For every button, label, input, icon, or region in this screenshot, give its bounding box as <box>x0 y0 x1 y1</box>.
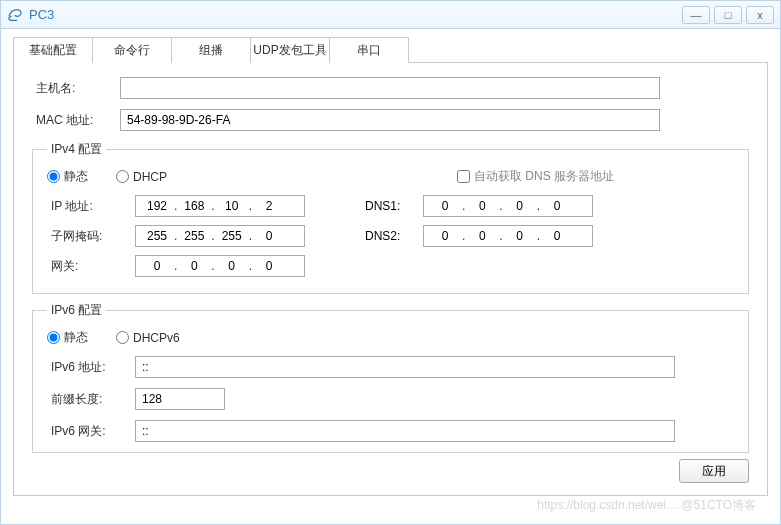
ipv6-addr-input[interactable] <box>135 356 675 378</box>
ip-octet[interactable] <box>505 199 535 213</box>
mac-label: MAC 地址: <box>32 112 120 129</box>
radio-label: DHCP <box>133 170 167 184</box>
ipv4-group: IPv4 配置 静态 DHCP 自动获取 DNS 服务器地址 <box>32 141 749 294</box>
radio-input[interactable] <box>116 331 129 344</box>
ipv6-group: IPv6 配置 静态 DHCPv6 IPv6 地址: 前缀长 <box>32 302 749 453</box>
ip-octet[interactable] <box>430 199 460 213</box>
tab-label: UDP发包工具 <box>253 42 326 59</box>
tab-udp[interactable]: UDP发包工具 <box>250 37 330 63</box>
auto-dns-checkbox[interactable]: 自动获取 DNS 服务器地址 <box>457 168 614 185</box>
app-icon <box>7 7 23 23</box>
tab-body: 主机名: MAC 地址: IPv4 配置 静态 DHCP <box>13 63 768 496</box>
ipv4-dhcp-radio[interactable]: DHCP <box>116 170 167 184</box>
ip-octet[interactable] <box>179 259 209 273</box>
ipv6-legend: IPv6 配置 <box>47 302 106 319</box>
radio-input[interactable] <box>47 331 60 344</box>
hostname-input[interactable] <box>120 77 660 99</box>
tab-label: 基础配置 <box>29 42 77 59</box>
radio-label: DHCPv6 <box>133 331 180 345</box>
ip-octet[interactable] <box>142 199 172 213</box>
ip-octet[interactable] <box>254 259 284 273</box>
ipv6-gw-input[interactable] <box>135 420 675 442</box>
ip-octet[interactable] <box>179 229 209 243</box>
ip-octet[interactable] <box>254 199 284 213</box>
minimize-button[interactable]: — <box>682 6 710 24</box>
dns1-input[interactable]: . . . <box>423 195 593 217</box>
ipv6-gw-label: IPv6 网关: <box>47 423 135 440</box>
ip-octet[interactable] <box>254 229 284 243</box>
gateway-label: 网关: <box>47 258 135 275</box>
tab-cli[interactable]: 命令行 <box>92 37 172 63</box>
window-title: PC3 <box>29 7 54 22</box>
ipv6-prefix-label: 前缀长度: <box>47 391 135 408</box>
ip-label: IP 地址: <box>47 198 135 215</box>
ip-octet[interactable] <box>142 229 172 243</box>
checkbox-label: 自动获取 DNS 服务器地址 <box>474 168 614 185</box>
ip-octet[interactable] <box>179 199 209 213</box>
apply-button[interactable]: 应用 <box>679 459 749 483</box>
ip-octet[interactable] <box>467 199 497 213</box>
tab-label: 组播 <box>199 42 223 59</box>
footer: 应用 <box>32 453 749 483</box>
maximize-button[interactable]: □ <box>714 6 742 24</box>
window: PC3 — □ x 基础配置 命令行 组播 UDP发包工具 串口 主机名: MA… <box>0 0 781 525</box>
ipv6-addr-label: IPv6 地址: <box>47 359 135 376</box>
ipv6-static-radio[interactable]: 静态 <box>47 329 88 346</box>
tab-label: 串口 <box>357 42 381 59</box>
mask-label: 子网掩码: <box>47 228 135 245</box>
tab-multicast[interactable]: 组播 <box>171 37 251 63</box>
tab-basic[interactable]: 基础配置 <box>13 37 93 63</box>
ip-octet[interactable] <box>542 199 572 213</box>
dns2-label: DNS2: <box>365 229 423 243</box>
ip-input[interactable]: . . . <box>135 195 305 217</box>
ipv6-prefix-input[interactable] <box>135 388 225 410</box>
ip-octet[interactable] <box>217 259 247 273</box>
ip-octet[interactable] <box>430 229 460 243</box>
dns1-label: DNS1: <box>365 199 423 213</box>
content-area: 基础配置 命令行 组播 UDP发包工具 串口 主机名: MAC 地址: IPv4… <box>1 29 780 524</box>
ip-octet[interactable] <box>217 229 247 243</box>
tab-serial[interactable]: 串口 <box>329 37 409 63</box>
titlebar: PC3 — □ x <box>1 1 780 29</box>
ipv6-dhcpv6-radio[interactable]: DHCPv6 <box>116 331 180 345</box>
mac-input[interactable] <box>120 109 660 131</box>
radio-label: 静态 <box>64 168 88 185</box>
dns2-input[interactable]: . . . <box>423 225 593 247</box>
radio-input[interactable] <box>116 170 129 183</box>
checkbox-input[interactable] <box>457 170 470 183</box>
radio-input[interactable] <box>47 170 60 183</box>
mask-input[interactable]: . . . <box>135 225 305 247</box>
ip-octet[interactable] <box>217 199 247 213</box>
gateway-input[interactable]: . . . <box>135 255 305 277</box>
tab-label: 命令行 <box>114 42 150 59</box>
ip-octet[interactable] <box>542 229 572 243</box>
close-button[interactable]: x <box>746 6 774 24</box>
ip-octet[interactable] <box>505 229 535 243</box>
ip-octet[interactable] <box>467 229 497 243</box>
ipv4-legend: IPv4 配置 <box>47 141 106 158</box>
ipv4-static-radio[interactable]: 静态 <box>47 168 88 185</box>
radio-label: 静态 <box>64 329 88 346</box>
watermark: https://blog.csdn.net/wei… @51CTO博客 <box>537 497 756 514</box>
tab-bar: 基础配置 命令行 组播 UDP发包工具 串口 <box>13 37 768 63</box>
hostname-label: 主机名: <box>32 80 120 97</box>
ip-octet[interactable] <box>142 259 172 273</box>
